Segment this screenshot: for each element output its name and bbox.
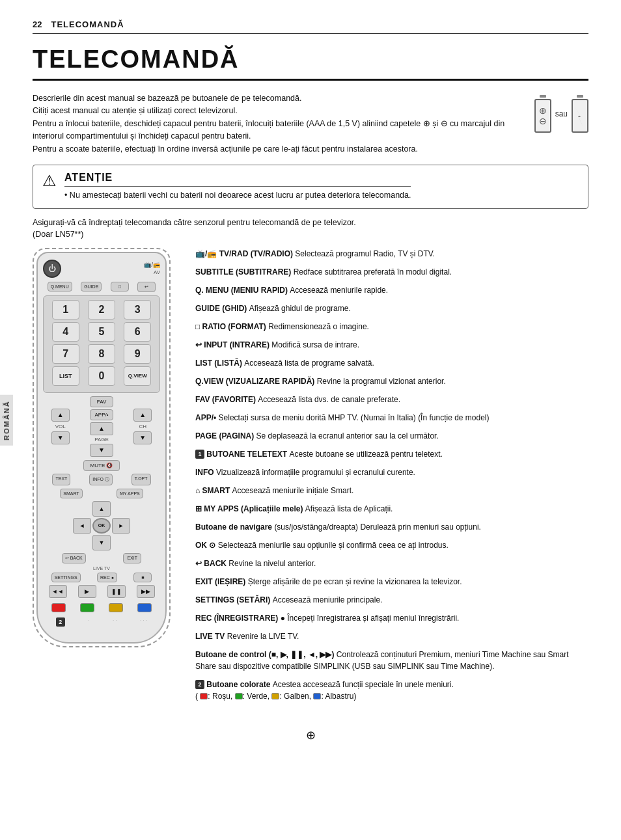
badge-2-label: 2	[56, 617, 65, 627]
nav-empty-bl	[73, 535, 91, 550]
nav-empty-tl	[73, 501, 91, 517]
color-btns-row	[43, 601, 160, 615]
ratio-button[interactable]: □	[111, 282, 129, 291]
warning-text: • Nu amestecați baterii vechi cu baterii…	[64, 189, 411, 202]
info-button[interactable]: INFO ⓘ	[89, 474, 113, 485]
ch-down-button[interactable]: ▼	[133, 431, 152, 444]
blue-button[interactable]	[137, 603, 152, 612]
exit-button[interactable]: EXIT	[123, 553, 141, 563]
mute-button[interactable]: MUTE 🔇	[83, 460, 120, 471]
ch-up-button[interactable]: ▲	[133, 409, 152, 422]
back-button[interactable]: ↩ BACK	[62, 553, 86, 563]
num-list[interactable]: LIST	[52, 366, 79, 386]
num-7[interactable]: 7	[52, 344, 79, 364]
num-5[interactable]: 5	[88, 322, 115, 342]
ffwd-button[interactable]: ▶▶	[137, 585, 155, 598]
guide-button[interactable]: GUIDE	[81, 282, 102, 291]
text-info-row: TEXT INFO ⓘ T.OPT	[43, 474, 160, 485]
qmenu-button[interactable]: Q.MENU	[48, 282, 72, 291]
num-3[interactable]: 3	[124, 300, 151, 319]
desc-color-btns: 2 Butoane colorate Acestea accesează fun…	[195, 679, 588, 705]
desc-info: INFO Vizualizează informațiile programul…	[195, 467, 588, 481]
smart-button[interactable]: SMART	[60, 489, 82, 498]
numpad: 1 2 3 4 5 6 7 8 9 LIST 0 Q.VIEW	[43, 295, 160, 393]
num-qview[interactable]: Q.VIEW	[124, 366, 151, 386]
settings-rec-row: SETTINGS REC ● ■	[43, 573, 160, 582]
num-9[interactable]: 9	[124, 344, 151, 364]
dot1: ·	[88, 617, 89, 627]
stop-button[interactable]: ■	[133, 573, 152, 582]
color-yellow-sq	[271, 693, 279, 699]
badge-1: 1	[195, 450, 204, 459]
rewind-button[interactable]: ◄◄	[49, 585, 67, 598]
app-button[interactable]: APP/•	[90, 409, 113, 420]
play-button[interactable]: ▶	[78, 585, 96, 598]
back-exit-row: ↩ BACK EXIT	[43, 553, 160, 563]
desc-navigate: Butoane de navigare (sus/jos/stânga/drea…	[195, 521, 588, 536]
settings-button[interactable]: SETTINGS	[51, 573, 81, 582]
intro-p3: Pentru a înlocui bateriile, deschideți c…	[33, 118, 521, 143]
ch-col: ▲ CH ▼	[133, 409, 152, 444]
vol-col: ▲ VOL ▼	[51, 409, 70, 444]
desc-guide: GUIDE (GHID) Afișează ghidul de programe…	[195, 303, 588, 318]
nav-empty-tr	[112, 501, 130, 517]
nav-down-button[interactable]: ▼	[92, 535, 111, 550]
vol-up-button[interactable]: ▲	[51, 409, 70, 422]
topt-button[interactable]: T.OPT	[131, 474, 151, 485]
input-button[interactable]: ↩	[137, 282, 156, 292]
dot2: · ·	[113, 617, 117, 627]
nav-left-button[interactable]: ◄	[73, 518, 91, 534]
color-green-sq	[235, 693, 243, 699]
page-btn-group: ▲ PAGE ▼	[90, 422, 113, 457]
vol-down-button[interactable]: ▼	[51, 431, 70, 444]
rec-button[interactable]: REC ●	[97, 573, 117, 582]
numpad-row-3: 7 8 9	[48, 344, 156, 364]
mute-row: MUTE 🔇	[43, 460, 160, 471]
power-button[interactable]: ⏻	[43, 260, 61, 278]
pause-button[interactable]: ❚❚	[107, 585, 126, 598]
green-button[interactable]	[80, 603, 94, 612]
top-right-icons: 📺/📻 AV	[144, 262, 160, 275]
desc-settings: SETTINGS (SETĂRI) Accesează meniurile pr…	[195, 594, 588, 609]
desc-back: ↩ BACK Revine la nivelul anterior.	[195, 558, 588, 573]
yellow-button[interactable]	[109, 603, 123, 612]
num-2[interactable]: 2	[88, 300, 115, 319]
fav-button[interactable]: FAV	[90, 396, 113, 407]
assurance-text: Asigurați-vă că îndreptați telecomanda c…	[33, 218, 588, 227]
remote-control: ⏻ 📺/📻 AV Q.MENU GUIDE □ ↩ 1 2 3	[36, 252, 167, 644]
vol-ch-section: ▲ VOL ▼ FAV APP/• ▲ PAGE ▼ ▲ CH ▼	[43, 396, 160, 457]
warning-box: ⚠ ATENȚIE • Nu amestecați baterii vechi …	[33, 165, 588, 209]
page-up-button[interactable]: ▲	[90, 422, 113, 435]
remote-top-row: ⏻ 📺/📻 AV	[43, 260, 160, 278]
num-6[interactable]: 6	[124, 322, 151, 342]
desc-ratio: □ RATIO (FORMAT) Redimensionează o imagi…	[195, 321, 588, 336]
page-header: 22 TELECOMANDĂ	[33, 20, 588, 34]
footer-crosshair: ⊕	[33, 728, 588, 742]
numpad-row-1: 1 2 3	[48, 300, 156, 319]
desc-smart: ⌂ SMART Accesează meniurile inițiale Sma…	[195, 485, 588, 500]
desc-teletext: 1 BUTOANE TELETEXT Aceste butoane se uti…	[195, 448, 588, 463]
page-down-button[interactable]: ▼	[90, 444, 113, 457]
nav-up-button[interactable]: ▲	[92, 501, 111, 517]
dot3: · · ·	[140, 617, 147, 627]
smart-myapps-row: SMART MY APPS	[43, 489, 160, 498]
red-button[interactable]	[51, 603, 66, 612]
badge-2: 2	[195, 680, 204, 689]
remote-dashed-outline: ⏻ 📺/📻 AV Q.MENU GUIDE □ ↩ 1 2 3	[33, 248, 171, 647]
page-number: 22	[33, 20, 42, 29]
desc-livetv: LIVE TV Revenire la LIVE TV.	[195, 630, 588, 645]
num-8[interactable]: 8	[88, 344, 115, 364]
ok-button[interactable]: OK	[92, 518, 111, 534]
intro-p4: Pentru a scoate bateriile, efectuați în …	[33, 143, 521, 156]
fav-apppage-col: FAV APP/• ▲ PAGE ▼	[90, 396, 113, 457]
color-red-sq	[200, 693, 208, 699]
intro-text: Descrierile din acest manual se bazează …	[33, 92, 521, 156]
nav-right-button[interactable]: ►	[112, 518, 130, 534]
num-4[interactable]: 4	[52, 322, 79, 342]
main-title: TELECOMANDĂ	[33, 46, 588, 81]
text-button[interactable]: TEXT	[52, 474, 70, 485]
desc-list: LIST (LISTĂ) Accesează lista de programe…	[195, 357, 588, 372]
myapps-button[interactable]: MY APPS	[117, 489, 143, 498]
num-1[interactable]: 1	[52, 300, 79, 319]
num-0[interactable]: 0	[88, 366, 115, 386]
